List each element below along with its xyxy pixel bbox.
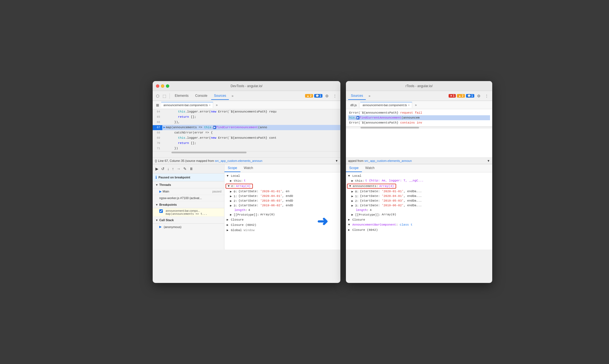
right-chat-badge: 💬 1	[466, 94, 474, 98]
right-file-tab-more[interactable]: »	[413, 102, 419, 108]
right-scope-announcements-highlighted[interactable]: ▼ announcements: Array(4)	[347, 184, 396, 189]
scope-e-container: ▼ e: Array(4)	[226, 184, 339, 189]
scope-content-left: ▼ Local ▶ this: t ▼ e: Array(4)	[224, 172, 340, 250]
file-tab-right-announcement[interactable]: announcement-bar.component.ts ×	[360, 102, 412, 108]
scope-e-0[interactable]: ▶ 0: {startDate: '2020-01-01', en	[224, 189, 340, 194]
menu-icon[interactable]: ⋮	[332, 93, 338, 99]
scope-e-0-key: ▶ 0:	[230, 190, 237, 193]
right-settings-icon[interactable]: ⚙	[475, 93, 482, 99]
right-scope-abc-header[interactable]: ▼ AnnouncementBarComponent: class t	[346, 222, 492, 227]
line-text-64: this.logger.error(new Error(`${announcem…	[162, 109, 276, 114]
scope-this[interactable]: ▶ this: t	[224, 178, 340, 183]
file-tab-more[interactable]: »	[214, 102, 219, 108]
breakpoint-checkbox[interactable]	[159, 209, 163, 213]
right-scope-closure2-arrow: ▶	[348, 228, 350, 232]
line-num-71: 71	[153, 146, 162, 151]
right-scope-e-1-val: {startDate: '2020-04-01', endDa...	[360, 194, 422, 198]
scope-e-1[interactable]: ▶ 1: {startDate: '2020-04-01', endD	[224, 194, 340, 199]
maximize-button[interactable]	[166, 84, 169, 88]
right-tab-sources[interactable]: Sources	[348, 92, 366, 100]
info-icon: ℹ	[155, 175, 157, 180]
right-bottom-half: Scope Watch ▼ Local ▶ this: t {http: Ae,…	[346, 164, 492, 250]
line-text-67: ▶map(announcements => this.▶findCurrentA…	[162, 125, 267, 130]
file-tab-d8[interactable]: d8.js	[348, 102, 359, 108]
panel-icon[interactable]: ▦	[155, 103, 160, 108]
right-scope-e-2[interactable]: ▶ 2: {startDate: '2019-05-03', endDa...	[346, 199, 492, 203]
file-tab-close[interactable]: ×	[209, 104, 211, 107]
step-out-button[interactable]: ↑	[171, 166, 174, 172]
pause-button[interactable]: ⏸	[189, 166, 194, 172]
scope-e-1-key: ▶ 1:	[230, 194, 237, 198]
call-stack-section-header[interactable]: ▼ Call Stack	[153, 217, 224, 224]
step-button[interactable]: →	[176, 166, 181, 172]
step-over-button[interactable]: ↺	[161, 166, 165, 172]
scope-tab-scope[interactable]: Scope	[224, 164, 240, 172]
status-dropdown-icon[interactable]: ▼	[335, 159, 338, 162]
callstack-item-anonymous[interactable]: ▶ (anonymous)	[153, 224, 224, 230]
tab-console[interactable]: Console	[192, 92, 210, 100]
right-source-map-link[interactable]: src_app_custom-elements_announ	[364, 159, 412, 162]
right-status-dropdown[interactable]: ▼	[487, 159, 490, 162]
breakpoint-item-1[interactable]: announcement-bar.compo... map(announceme…	[153, 208, 224, 217]
scope-this-key: ▶ this:	[230, 179, 243, 183]
right-menu-icon[interactable]: ⋮	[483, 93, 490, 99]
line-text-69: this.logger.error(new Error(`${announcem…	[162, 135, 276, 140]
scope-tab-watch[interactable]: Watch	[240, 164, 256, 172]
scope-length-key: length:	[230, 208, 247, 212]
format-icon[interactable]: {}	[155, 159, 157, 162]
scope-length: length: 4	[224, 208, 340, 212]
file-tabs-bar-right: d8.js announcement-bar.component.ts × »	[346, 101, 492, 109]
right-scope-tab-scope[interactable]: Scope	[346, 164, 362, 172]
tab-sources[interactable]: Sources	[211, 92, 229, 100]
breakpoints-section-header[interactable]: ▼ Breakpoints	[153, 201, 224, 208]
right-scope-closure-arrow: ▶	[348, 218, 350, 221]
status-bar-right: apped from src_app_custom-elements_annou…	[346, 157, 492, 164]
right-scope-tab-watch[interactable]: Watch	[362, 164, 378, 172]
right-error-badge: ✕ 1	[449, 94, 456, 98]
tab-elements[interactable]: Elements	[172, 92, 191, 100]
breakpoints-label: Breakpoints	[159, 203, 177, 206]
file-tab-right-close[interactable]: ×	[408, 104, 410, 107]
scope-local-header[interactable]: ▼ Local	[224, 173, 340, 178]
right-scope-length-key: length:	[351, 208, 369, 212]
right-scope-local-header[interactable]: ▼ Local	[346, 173, 492, 178]
device-icon[interactable]: ⬚	[161, 93, 167, 99]
thread-ngsw[interactable]: ngsw-worker.js #7100 (activat...	[153, 195, 224, 201]
right-scope-this[interactable]: ▶ this: t {http: Ae, logger: T, __ngC...	[346, 178, 492, 183]
line-num-69: 69	[153, 136, 162, 141]
right-scope-e-1[interactable]: ▶ 1: {startDate: '2020-04-01', endDa...	[346, 194, 492, 199]
scope-e-3[interactable]: ▶ 3: {startDate: '2019-06-02', endD	[224, 203, 340, 208]
scope-e-highlighted[interactable]: ▼ e: Array(4)	[226, 184, 253, 189]
deactivate-button[interactable]: ✎	[183, 166, 187, 172]
close-button[interactable]	[156, 84, 159, 88]
resume-button[interactable]: ▶	[155, 166, 159, 172]
thread-main[interactable]: ▶Main paused	[153, 188, 224, 195]
source-map-link[interactable]: src_app_custom-elements_announ	[215, 159, 262, 162]
code-line-64: 64 this.logger.error(new Error(`${announ…	[153, 109, 340, 114]
minimize-button[interactable]	[161, 84, 164, 88]
right-horizontal-scrollbar[interactable]	[346, 126, 492, 129]
scope-e-2[interactable]: ▶ 2: {startDate: '2019-05-03', endD	[224, 199, 340, 203]
threads-section-header[interactable]: ▼ Threads	[153, 181, 224, 188]
cursor-icon[interactable]: ⬡	[155, 93, 160, 99]
step-into-button[interactable]: ↓	[167, 166, 170, 172]
settings-icon[interactable]: ⚙	[324, 93, 330, 99]
right-scope-e-1-key: ▶ 1:	[351, 194, 359, 198]
file-tab-announcement[interactable]: announcement-bar.component.ts ×	[161, 102, 213, 108]
right-more-tabs[interactable]: »	[367, 93, 372, 99]
scope-closure2-arrow: ▶	[227, 223, 229, 227]
right-status-text: apped from src_app_custom-elements_annou…	[348, 159, 412, 162]
right-scope-e-0[interactable]: ▶ 0: {startDate: '2020-01-01', endDa...	[346, 189, 492, 194]
line-text-70: return [];	[162, 141, 196, 146]
right-scope-prototype[interactable]: ▶ [[Prototype]]: Array(0)	[346, 212, 492, 217]
right-scope-closure2-header[interactable]: ▶ Closure (6042)	[346, 227, 492, 232]
title-bar-right: rTools - angular.io/	[346, 81, 492, 91]
file-tab-right-label: announcement-bar.component.ts	[362, 103, 407, 107]
call-stack-arrow-icon: ▼	[155, 219, 158, 222]
right-scope-e-3[interactable]: ▶ 3: {startDate: '2019-06-02', endDa...	[346, 203, 492, 208]
more-tabs-icon[interactable]: »	[230, 93, 235, 99]
horizontal-scrollbar-code[interactable]	[153, 151, 340, 153]
right-scope-closure-header[interactable]: ▶ Closure	[346, 217, 492, 222]
right-devtools-window: rTools - angular.io/ Sources » ✕ 1 ▲ 2 💬…	[346, 81, 492, 283]
scope-local-arrow: ▼	[227, 174, 229, 178]
